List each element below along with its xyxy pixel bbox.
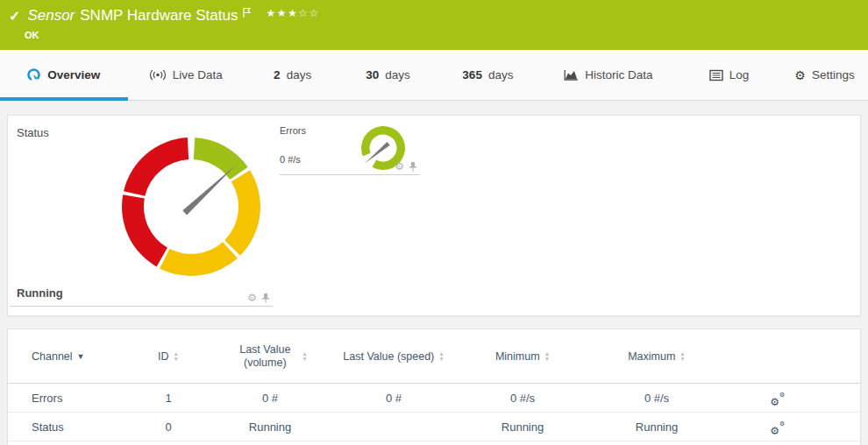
gauges-panel: Status Running ⚙ Errors 0 #/s ⚙ xyxy=(7,115,861,316)
tab-historic-data[interactable]: Historic Data xyxy=(540,50,677,100)
sort-both-icon: ▲▼ xyxy=(438,351,444,361)
column-header-maximum[interactable]: Maximum ▲▼ xyxy=(579,350,735,363)
tab-2-days[interactable]: 2 days xyxy=(245,50,340,100)
column-header-minimum[interactable]: Minimum ▲▼ xyxy=(466,350,579,363)
status-gauge xyxy=(118,134,264,279)
last-value-speed-cell: 0 # xyxy=(321,392,466,405)
column-header-channel[interactable]: Channel ▼ xyxy=(8,350,117,363)
page-title: SNMP Hardware Status xyxy=(80,7,238,25)
active-tab-underline xyxy=(0,97,128,101)
table-header-row: Channel ▼ ID ▲▼ Last Value (volume) ▲▼ L… xyxy=(8,329,860,384)
tab-2-days-number: 2 xyxy=(274,68,281,81)
table-row: Errors 1 0 # 0 # 0 #/s 0 #/s ⚙⚙ xyxy=(8,384,860,413)
column-header-last-value-volume[interactable]: Last Value (volume) ▲▼ xyxy=(219,343,321,370)
tab-settings[interactable]: ⚙ Settings xyxy=(781,50,868,100)
last-value-volume-cell: 0 # xyxy=(219,392,321,405)
stars-filled: ★★★ xyxy=(266,7,298,19)
area-chart-icon xyxy=(564,68,579,81)
column-header-id-label: ID xyxy=(158,350,169,363)
tab-30-days-number: 30 xyxy=(366,68,379,81)
ok-check-icon: ✓ xyxy=(9,8,20,25)
priority-stars[interactable]: ★★★☆☆ xyxy=(266,7,319,19)
tab-overview-label: Overview xyxy=(47,68,100,81)
pin-icon[interactable] xyxy=(409,161,417,172)
gear-icon: ⚙ xyxy=(794,69,806,81)
status-gauge-footer: Running ⚙ xyxy=(10,284,273,307)
tab-overview[interactable]: Overview xyxy=(0,50,127,100)
channel-gear-icon[interactable]: ⚙ xyxy=(247,293,257,302)
column-header-id[interactable]: ID ▲▼ xyxy=(117,350,219,363)
object-kind-label: Sensor xyxy=(27,7,75,25)
sensor-header: ✓ Sensor SNMP Hardware Status ★★★☆☆ OK xyxy=(0,0,868,50)
last-value-volume-cell: Running xyxy=(219,420,321,434)
tab-365-days-label: days xyxy=(488,68,514,81)
tab-bar: Overview Live Data 2 days 30 days 365 da… xyxy=(0,50,868,101)
errors-gauge-value: 0 #/s xyxy=(280,154,301,165)
tab-log[interactable]: Log xyxy=(677,50,781,100)
maximum-cell: Running xyxy=(579,420,735,434)
stars-empty: ☆☆ xyxy=(298,7,320,19)
tab-2-days-label: days xyxy=(287,68,312,81)
minimum-cell: Running xyxy=(466,420,579,434)
sort-desc-icon: ▼ xyxy=(77,352,85,361)
tab-live-data[interactable]: Live Data xyxy=(127,50,245,100)
column-header-last-value-speed-label: Last Value (speed) xyxy=(343,350,434,363)
tab-log-label: Log xyxy=(729,68,750,81)
minimum-cell: 0 #/s xyxy=(466,392,579,405)
pin-icon[interactable] xyxy=(261,293,270,303)
tab-30-days[interactable]: 30 days xyxy=(340,50,436,100)
maximum-cell: 0 #/s xyxy=(579,392,735,405)
column-header-minimum-label: Minimum xyxy=(495,350,540,363)
live-data-icon xyxy=(149,68,167,81)
sort-both-icon: ▲▼ xyxy=(679,351,685,361)
tab-365-days[interactable]: 365 days xyxy=(436,50,540,100)
column-header-last-value-volume-label: Last Value (volume) xyxy=(232,343,297,370)
errors-gauge-label: Errors xyxy=(280,125,306,136)
column-header-channel-label: Channel xyxy=(32,350,73,363)
channel-name-cell: Errors xyxy=(8,392,117,405)
tab-30-days-label: days xyxy=(385,68,410,81)
channel-id-cell: 0 xyxy=(117,420,219,434)
tab-historic-data-label: Historic Data xyxy=(585,68,652,81)
tab-live-data-label: Live Data xyxy=(173,68,223,81)
column-header-maximum-label: Maximum xyxy=(628,350,675,363)
tab-settings-label: Settings xyxy=(812,68,855,81)
channel-gear-icon[interactable]: ⚙ xyxy=(395,162,404,171)
sort-both-icon: ▲▼ xyxy=(174,351,179,361)
log-list-icon xyxy=(709,69,723,81)
channels-table-panel: Channel ▼ ID ▲▼ Last Value (volume) ▲▼ L… xyxy=(7,328,861,445)
status-gauge-value: Running xyxy=(17,286,63,300)
channel-name-cell: Status xyxy=(8,420,117,434)
sort-both-icon: ▲▼ xyxy=(544,351,550,361)
tab-365-days-number: 365 xyxy=(462,68,482,81)
table-row: Status 0 Running Running Running ⚙⚙ xyxy=(8,413,860,441)
channel-id-cell: 1 xyxy=(117,392,219,405)
sort-both-icon: ▲▼ xyxy=(302,351,307,361)
errors-gauge-block: Errors 0 #/s ⚙ xyxy=(280,125,420,175)
column-header-last-value-speed[interactable]: Last Value (speed) ▲▼ xyxy=(321,350,466,363)
sensor-status-badge: OK xyxy=(25,30,39,40)
priority-flag-icon[interactable] xyxy=(242,6,252,22)
status-gauge-label: Status xyxy=(17,126,49,139)
gauge-icon xyxy=(26,67,41,82)
